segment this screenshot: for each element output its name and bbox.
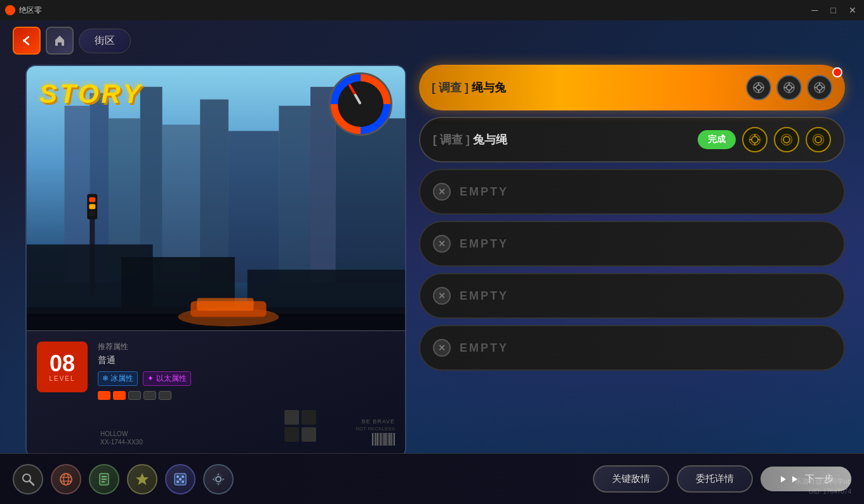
watermark: 乐游社@江同学up <box>795 477 851 486</box>
hollow-label: HOLLOW <box>100 430 143 437</box>
svg-rect-16 <box>89 211 95 216</box>
dot-2 <box>113 391 126 400</box>
compass-inner <box>338 81 383 127</box>
svg-point-73 <box>182 481 184 483</box>
svg-point-29 <box>756 85 761 90</box>
level-badge: 08 LEVEL <box>37 342 88 392</box>
empty-label-2: EMPTY <box>460 237 508 251</box>
dot-4 <box>143 391 156 400</box>
quest-completed-right: 完成 <box>698 127 831 152</box>
bottom-bar: 关键敌情 委托详情 下一步 <box>0 453 864 504</box>
quest-icon-gear-2 <box>776 75 802 100</box>
dice-icon <box>173 472 188 487</box>
search-icon-btn[interactable] <box>13 464 43 494</box>
quest-icon-gold-1 <box>742 127 768 152</box>
dot-3 <box>128 391 141 400</box>
dice-icon-btn[interactable] <box>165 464 196 494</box>
world-icon <box>58 472 74 487</box>
rec-attr-label: 推荐属性 <box>98 342 395 352</box>
app-title: 绝区零 <box>19 5 42 16</box>
barcode-lines <box>372 433 395 446</box>
quest-completed-prefix: [ 调查 ] <box>433 133 470 146</box>
quest-empty-4[interactable]: ✕ EMPTY <box>419 325 845 371</box>
svg-point-59 <box>60 474 72 485</box>
app-icon <box>5 5 15 15</box>
attr-ice-tag: ❄ 冰属性 <box>98 371 138 386</box>
uid-value: UID: 17647074 <box>809 488 851 495</box>
svg-point-70 <box>176 475 179 478</box>
titlebar-left: 绝区零 <box>5 5 42 16</box>
quest-icon-gear-3 <box>807 75 832 100</box>
card-details: 推荐属性 普通 ❄ 冰属性 ✦ 以太属性 <box>98 342 395 405</box>
back-button[interactable] <box>13 27 41 55</box>
minimize-button[interactable]: ─ <box>809 5 821 15</box>
empty-x-4: ✕ <box>433 339 451 357</box>
quest-completed[interactable]: [ 调查 ] 兔与绳 完成 <box>419 117 845 162</box>
svg-point-35 <box>787 85 792 90</box>
quest-active-icons <box>746 75 832 100</box>
barcode-label: BE BRAVE <box>362 418 395 425</box>
scroll-icon <box>96 472 112 487</box>
quest-empty-2[interactable]: ✕ EMPTY <box>419 221 845 267</box>
difficulty: 普通 <box>98 355 395 366</box>
quest-icon-gear-1 <box>746 75 771 100</box>
compass-needle <box>348 84 361 105</box>
empty-x-1: ✕ <box>433 183 451 201</box>
empty-x-3: ✕ <box>433 287 451 305</box>
breadcrumb: 街区 <box>79 29 131 53</box>
svg-marker-68 <box>136 473 149 485</box>
empty-label-1: EMPTY <box>460 185 508 199</box>
svg-point-71 <box>182 475 184 478</box>
dot-5 <box>159 391 171 400</box>
svg-point-74 <box>179 478 182 481</box>
titlebar: 绝区零 ─ □ ✕ <box>0 0 864 20</box>
quest-empty-3[interactable]: ✕ EMPTY <box>419 273 845 319</box>
quest-active[interactable]: [ 调查 ] 绳与兔 <box>419 65 845 110</box>
quest-empty-1[interactable]: ✕ EMPTY <box>419 169 845 215</box>
search-icon <box>21 472 35 486</box>
story-logo: STORY <box>39 79 143 109</box>
back-icon <box>20 34 34 48</box>
svg-point-41 <box>817 85 822 90</box>
settings-icon-btn[interactable] <box>203 464 234 494</box>
difficulty-dots <box>98 391 395 400</box>
settings-icon <box>211 472 226 487</box>
svg-point-47 <box>752 136 758 143</box>
close-enemies-button[interactable]: 关键敌情 <box>593 465 669 493</box>
quest-active-title: [ 调查 ] 绳与兔 <box>432 80 506 95</box>
svg-rect-15 <box>89 204 95 209</box>
quest-active-name: 绳与兔 <box>472 81 506 94</box>
star-icon-btn[interactable] <box>127 464 157 494</box>
uid-text: UID: 17647074 <box>809 488 851 495</box>
quest-completed-name: 兔与绳 <box>473 133 507 146</box>
empty-x-2: ✕ <box>433 235 451 253</box>
world-icon-btn[interactable] <box>51 464 81 494</box>
quest-panel: [ 调查 ] 绳与兔 <box>419 65 845 371</box>
star-icon <box>135 472 150 487</box>
compass-outer <box>329 72 392 136</box>
quest-completed-title: [ 调查 ] 兔与绳 <box>433 132 507 147</box>
maximize-button[interactable]: □ <box>828 5 839 15</box>
home-button[interactable] <box>46 27 74 55</box>
commission-button[interactable]: 委托详情 <box>677 465 753 493</box>
scroll-icon-btn[interactable] <box>89 464 119 494</box>
svg-point-0 <box>23 39 25 42</box>
titlebar-controls[interactable]: ─ □ ✕ <box>809 5 859 15</box>
quest-icon-gold-3 <box>806 127 831 152</box>
bottom-icons <box>13 464 234 494</box>
home-icon <box>53 34 67 48</box>
quest-active-prefix: [ 调查 ] <box>432 81 469 94</box>
attr-ether-tag: ✦ 以太属性 <box>143 371 190 386</box>
barcode: BE BRAVE NOT RECKLESS <box>356 418 395 446</box>
compass <box>329 72 392 136</box>
svg-rect-8 <box>229 131 279 282</box>
svg-rect-24 <box>197 298 253 310</box>
svg-point-75 <box>216 477 221 482</box>
story-image: STORY <box>27 66 405 333</box>
empty-label-3: EMPTY <box>460 289 508 303</box>
card-footer: HOLLOW XX-1744-XX30 BE BRAVE NOT RECKLES… <box>37 418 395 452</box>
complete-badge: 完成 <box>698 130 736 149</box>
svg-rect-11 <box>336 118 405 282</box>
close-button[interactable]: ✕ <box>846 5 859 15</box>
empty-label-4: EMPTY <box>460 342 508 355</box>
